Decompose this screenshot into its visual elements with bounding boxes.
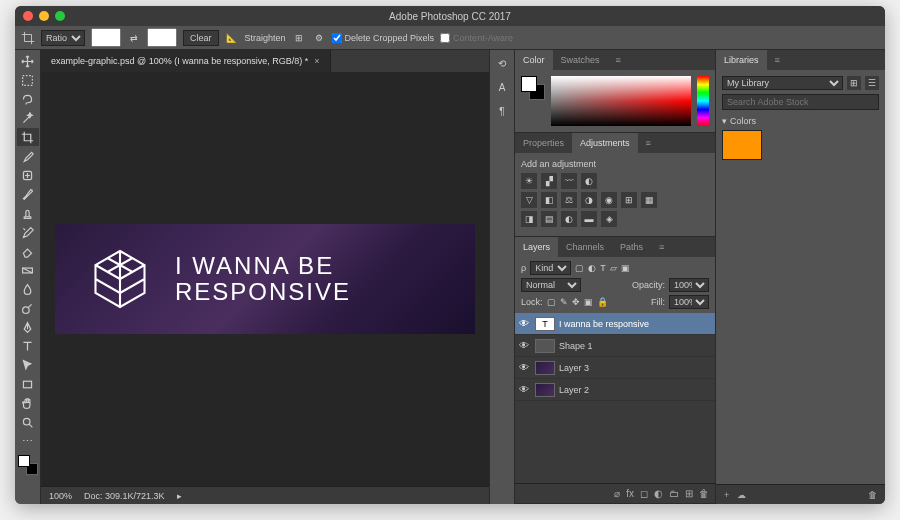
visibility-toggle-icon[interactable]: 👁 — [519, 318, 531, 329]
selective-color-adjustment-icon[interactable]: ◈ — [601, 211, 617, 227]
gradient-tool[interactable] — [17, 261, 39, 279]
magic-wand-tool[interactable] — [17, 109, 39, 127]
curves-adjustment-icon[interactable]: 〰 — [561, 173, 577, 189]
crop-tool[interactable] — [17, 128, 39, 146]
blend-mode-select[interactable]: Normal — [521, 278, 581, 292]
healing-brush-tool[interactable] — [17, 166, 39, 184]
threshold-adjustment-icon[interactable]: ◐ — [561, 211, 577, 227]
zoom-window-button[interactable] — [55, 11, 65, 21]
lock-transparency-icon[interactable]: ▢ — [547, 297, 556, 307]
search-stock-input[interactable] — [722, 94, 879, 110]
fill-input[interactable]: 100% — [669, 295, 709, 309]
visibility-toggle-icon[interactable]: 👁 — [519, 384, 531, 395]
lock-artboard-icon[interactable]: ▣ — [584, 297, 593, 307]
overlay-options-icon[interactable]: ⊞ — [292, 31, 306, 45]
brush-tool[interactable] — [17, 185, 39, 203]
ratio-width-input[interactable] — [91, 28, 121, 47]
close-tab-icon[interactable]: × — [314, 56, 319, 66]
swap-dimensions-icon[interactable]: ⇄ — [127, 31, 141, 45]
adjustments-panel-menu-icon[interactable]: ≡ — [638, 133, 659, 153]
document-tab[interactable]: example-graphic.psd @ 100% (I wanna be r… — [41, 50, 331, 72]
exposure-adjustment-icon[interactable]: ◐ — [581, 173, 597, 189]
layer-style-icon[interactable]: fx — [626, 488, 634, 499]
delete-cropped-checkbox[interactable]: Delete Cropped Pixels — [332, 33, 435, 43]
crop-options-icon[interactable]: ⚙ — [312, 31, 326, 45]
add-content-icon[interactable]: + — [724, 490, 729, 500]
channels-tab[interactable]: Channels — [558, 237, 612, 257]
hand-tool[interactable] — [17, 394, 39, 412]
vibrance-adjustment-icon[interactable]: ▽ — [521, 192, 537, 208]
clone-stamp-tool[interactable] — [17, 204, 39, 222]
lock-all-icon[interactable]: 🔒 — [597, 297, 608, 307]
properties-tab[interactable]: Properties — [515, 133, 572, 153]
hue-adjustment-icon[interactable]: ◧ — [541, 192, 557, 208]
invert-adjustment-icon[interactable]: ◨ — [521, 211, 537, 227]
layer-item[interactable]: 👁 Layer 2 — [515, 379, 715, 401]
dodge-tool[interactable] — [17, 299, 39, 317]
lock-pixels-icon[interactable]: ✎ — [560, 297, 568, 307]
grid-view-icon[interactable]: ⊞ — [847, 76, 861, 90]
eyedropper-tool[interactable] — [17, 147, 39, 165]
ratio-height-input[interactable] — [147, 28, 177, 47]
color-tab[interactable]: Color — [515, 50, 553, 70]
path-selection-tool[interactable] — [17, 356, 39, 374]
visibility-toggle-icon[interactable]: 👁 — [519, 340, 531, 351]
filter-adjustment-icon[interactable]: ◐ — [588, 263, 596, 273]
gradient-map-adjustment-icon[interactable]: ▬ — [581, 211, 597, 227]
clear-button[interactable]: Clear — [183, 30, 219, 46]
marquee-tool[interactable] — [17, 71, 39, 89]
layer-mask-icon[interactable]: ◻ — [640, 488, 648, 499]
foreground-background-colors[interactable] — [18, 455, 38, 475]
brightness-adjustment-icon[interactable]: ☀ — [521, 173, 537, 189]
delete-asset-icon[interactable]: 🗑 — [868, 490, 877, 500]
new-layer-icon[interactable]: ⊞ — [685, 488, 693, 499]
zoom-level[interactable]: 100% — [49, 491, 72, 501]
link-layers-icon[interactable]: ⌀ — [614, 488, 620, 499]
history-brush-tool[interactable] — [17, 223, 39, 241]
content-aware-checkbox[interactable]: Content-Aware — [440, 33, 513, 43]
pen-tool[interactable] — [17, 318, 39, 336]
color-field[interactable] — [551, 76, 691, 126]
color-fg-bg[interactable] — [521, 76, 545, 100]
layer-item[interactable]: 👁 Layer 3 — [515, 357, 715, 379]
bw-adjustment-icon[interactable]: ◑ — [581, 192, 597, 208]
libraries-panel-menu-icon[interactable]: ≡ — [767, 50, 788, 70]
libraries-sync-icon[interactable]: ☁ — [737, 490, 746, 500]
history-panel-icon[interactable]: ⟲ — [493, 54, 511, 72]
layer-filter-select[interactable]: Kind — [530, 261, 571, 275]
hue-slider[interactable] — [697, 76, 709, 126]
adjustments-tab[interactable]: Adjustments — [572, 133, 638, 153]
character-panel-icon[interactable]: A — [493, 78, 511, 96]
filter-shape-icon[interactable]: ▱ — [610, 263, 617, 273]
ratio-select[interactable]: Ratio — [41, 30, 85, 46]
paragraph-panel-icon[interactable]: ¶ — [493, 102, 511, 120]
close-window-button[interactable] — [23, 11, 33, 21]
color-balance-adjustment-icon[interactable]: ⚖ — [561, 192, 577, 208]
status-menu-icon[interactable]: ▸ — [177, 491, 182, 501]
new-group-icon[interactable]: 🗀 — [669, 488, 679, 499]
straighten-icon[interactable]: 📐 — [225, 31, 239, 45]
type-tool[interactable] — [17, 337, 39, 355]
blur-tool[interactable] — [17, 280, 39, 298]
lasso-tool[interactable] — [17, 90, 39, 108]
filter-type-icon[interactable]: T — [600, 263, 606, 273]
list-view-icon[interactable]: ☰ — [865, 76, 879, 90]
canvas[interactable]: I WANNA BE RESPONSIVE — [41, 72, 489, 486]
visibility-toggle-icon[interactable]: 👁 — [519, 362, 531, 373]
layers-panel-menu-icon[interactable]: ≡ — [651, 237, 672, 257]
opacity-input[interactable]: 100% — [669, 278, 709, 292]
lock-position-icon[interactable]: ✥ — [572, 297, 580, 307]
posterize-adjustment-icon[interactable]: ▤ — [541, 211, 557, 227]
photo-filter-adjustment-icon[interactable]: ◉ — [601, 192, 617, 208]
zoom-tool[interactable] — [17, 413, 39, 431]
paths-tab[interactable]: Paths — [612, 237, 651, 257]
delete-layer-icon[interactable]: 🗑 — [699, 488, 709, 499]
edit-toolbar-button[interactable]: ⋯ — [17, 432, 39, 450]
new-fill-layer-icon[interactable]: ◐ — [654, 488, 663, 499]
library-select[interactable]: My Library — [722, 76, 843, 90]
layer-item[interactable]: 👁 T I wanna be responsive — [515, 313, 715, 335]
libraries-tab[interactable]: Libraries — [716, 50, 767, 70]
layer-item[interactable]: 👁 Shape 1 — [515, 335, 715, 357]
color-lookup-adjustment-icon[interactable]: ▦ — [641, 192, 657, 208]
colors-group-toggle[interactable]: ▾Colors — [722, 116, 879, 126]
